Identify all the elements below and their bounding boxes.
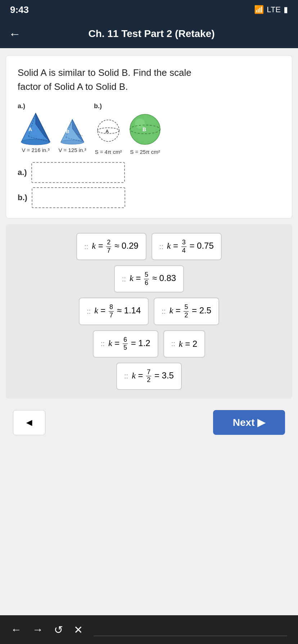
drag-icon-6: :: [101, 340, 105, 348]
nav-bar: ◄ Next ▶ [6, 404, 292, 441]
option-7-text: k = 2 [179, 339, 197, 349]
question-text: Solid A is similar to Solid B. Find the … [18, 66, 280, 94]
status-time: 9:43 [10, 4, 29, 15]
status-icons: 📶 LTE ▮ [254, 5, 288, 14]
answer-option-8[interactable]: :: k = 7 2 = 3.5 [116, 363, 182, 390]
pyramid-b-svg: B [58, 117, 87, 146]
figure-group-b: b.) A S = 4π cm² [94, 102, 163, 155]
fig-group-a-label: a.) [18, 102, 87, 110]
shape-a-sphere: A S = 4π cm² [94, 117, 123, 155]
shape-b-pyramid-small: B V = 125 in.³ [58, 117, 87, 153]
cap-b-vol: V = 125 in.³ [58, 147, 86, 153]
answer-option-7[interactable]: :: k = 2 [163, 330, 205, 358]
answer-option-6[interactable]: :: k = 6 5 = 1.2 [93, 330, 158, 358]
option-2-text: k = 3 4 = 0.75 [167, 239, 214, 254]
answer-input-area: a.) b.) [18, 162, 280, 208]
drag-icon-3: :: [122, 275, 126, 283]
drag-icon-8: :: [124, 372, 128, 380]
browser-forward-button[interactable]: → [32, 624, 43, 636]
answer-option-1[interactable]: :: k = 2 7 ≈ 0.29 [76, 233, 146, 260]
browser-refresh-button[interactable]: ↺ [54, 624, 63, 636]
sphere-b-svg: B [127, 111, 163, 147]
answer-option-3[interactable]: :: k = 5 6 ≈ 0.83 [114, 265, 184, 293]
status-bar: 9:43 📶 LTE ▮ [0, 0, 298, 19]
answer-option-2[interactable]: :: k = 3 4 = 0.75 [152, 233, 222, 260]
signal-icon: 📶 [254, 5, 264, 14]
fig-group-b-label: b.) [94, 102, 163, 110]
prev-button[interactable]: ◄ [13, 410, 45, 435]
answer-option-4[interactable]: :: k = 8 7 ≈ 1.14 [79, 298, 149, 325]
shape-a-pyramid-large: A V = 216 in.³ [18, 111, 54, 153]
drag-icon-1: :: [84, 243, 88, 251]
question-card: Solid A is similar to Solid B. Find the … [6, 55, 292, 218]
sphere-a-svg: A [94, 117, 123, 147]
figure-group-a: a.) [18, 102, 87, 155]
answer-row-b: b.) [18, 187, 280, 208]
drag-icon-4: :: [87, 307, 91, 316]
browser-back-button[interactable]: ← [11, 624, 22, 636]
browser-close-button[interactable]: ✕ [74, 624, 83, 636]
answers-row-3: :: k = 8 7 ≈ 1.14 :: k = 5 2 [79, 298, 219, 325]
next-button[interactable]: Next ▶ [213, 410, 285, 435]
app-header: ← Ch. 11 Test Part 2 (Retake) [0, 19, 298, 48]
option-5-text: k = 5 2 = 2.5 [169, 303, 211, 319]
svg-point-2 [21, 139, 50, 145]
back-button[interactable]: ← [9, 27, 21, 41]
figures-section: a.) [18, 102, 280, 155]
option-4-text: k = 8 7 ≈ 1.14 [94, 303, 141, 319]
cap-b-surf: S = 25π cm² [130, 149, 160, 155]
main-content: Solid A is similar to Solid B. Find the … [0, 48, 298, 615]
svg-text:B: B [66, 129, 69, 134]
answer-label-b: b.) [18, 193, 27, 202]
cap-a-vol: V = 216 in.³ [22, 147, 49, 153]
svg-text:A: A [28, 126, 32, 132]
pyramid-a-svg: A [18, 111, 54, 146]
shape-b-sphere: B S = 25π cm² [127, 111, 163, 155]
answer-label-a: a.) [18, 168, 27, 177]
cap-a-surf: S = 4π cm² [95, 149, 122, 155]
answers-row-2: :: k = 5 6 ≈ 0.83 [114, 265, 184, 293]
network-label: LTE [267, 5, 281, 14]
answers-row-4: :: k = 6 5 = 1.2 :: k = 2 [93, 330, 205, 358]
answer-row-a: a.) [18, 162, 280, 183]
option-3-text: k = 5 6 ≈ 0.83 [130, 271, 176, 287]
bottom-bar: ← → ↺ ✕ [0, 615, 298, 644]
answers-row-5: :: k = 7 2 = 3.5 [116, 363, 182, 390]
page-title: Ch. 11 Test Part 2 (Retake) [28, 28, 275, 40]
svg-text:B: B [143, 126, 146, 132]
drag-icon-2: :: [159, 243, 163, 251]
option-1-text: k = 2 7 ≈ 0.29 [92, 239, 138, 254]
svg-point-8 [61, 140, 84, 144]
shapes-a-inline: A V = 216 in.³ B [18, 111, 87, 153]
battery-icon: ▮ [284, 5, 288, 14]
answer-option-5[interactable]: :: k = 5 2 = 2.5 [154, 298, 219, 325]
drag-icon-7: :: [171, 340, 175, 348]
svg-text:A: A [105, 129, 109, 134]
option-8-text: k = 7 2 = 3.5 [132, 368, 174, 384]
drag-icon-5: :: [162, 307, 166, 316]
option-6-text: k = 6 5 = 1.2 [108, 336, 150, 352]
answer-box-b[interactable] [32, 187, 125, 208]
answers-panel: :: k = 2 7 ≈ 0.29 :: k = 3 4 [6, 224, 292, 399]
answers-row-1: :: k = 2 7 ≈ 0.29 :: k = 3 4 [76, 233, 222, 260]
address-bar[interactable] [94, 623, 287, 636]
answer-box-a[interactable] [31, 162, 125, 183]
shapes-b-inline: A S = 4π cm² [94, 111, 163, 155]
